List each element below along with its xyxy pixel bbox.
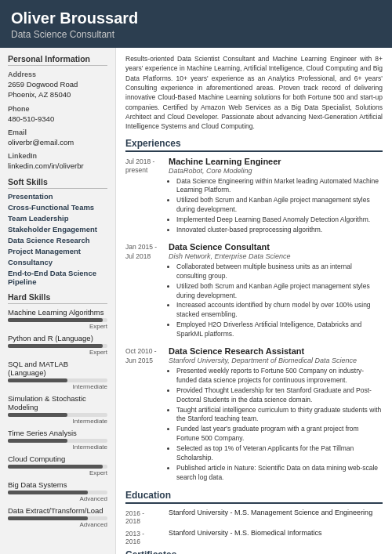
sidebar: Personal Information Address 2659 Dogwoo… bbox=[0, 48, 116, 554]
hard-skill-name: Python and R (Language) bbox=[8, 334, 107, 342]
soft-skill-item: Project Management bbox=[8, 247, 107, 255]
exp-bullet: Increased accounts identified by churn m… bbox=[176, 301, 383, 320]
skill-bar-fill bbox=[8, 516, 88, 520]
soft-skills-list: PresentationCross-Functional TeamsTeam L… bbox=[8, 192, 107, 286]
soft-skill-item: Stakeholder Engagement bbox=[8, 225, 107, 234]
exp-bullet: Innovated cluster-based preprocessing al… bbox=[176, 226, 383, 235]
exp-bullet: Funded last year's graduate program with… bbox=[176, 425, 383, 444]
skill-level-label: Expert bbox=[8, 469, 107, 476]
exp-bullet: Taught artificial intelligence curriculu… bbox=[176, 406, 383, 425]
exp-bullets: Data Science Engineering within Market l… bbox=[169, 177, 383, 235]
hard-skill-item: Data Extract/Transform/LoadAdvanced bbox=[8, 506, 107, 528]
edu-description: Stanford University - M.S. Biomedical In… bbox=[169, 529, 383, 545]
education-list: 2016 - 2018Stanford University - M.S. Ma… bbox=[125, 509, 383, 545]
address-label: Address bbox=[8, 71, 107, 78]
skill-bar-fill bbox=[8, 413, 67, 417]
edu-date: 2013 - 2016 bbox=[125, 529, 169, 545]
exp-date: Oct 2010 - Jun 2015 bbox=[125, 346, 169, 483]
soft-skill-item: End-to-End Data Science Pipeline bbox=[8, 269, 107, 286]
soft-skill-item: Presentation bbox=[8, 192, 107, 201]
hard-skill-item: Big Data SystemsAdvanced bbox=[8, 480, 107, 502]
skill-bar-fill bbox=[8, 344, 103, 348]
skill-level-label: Intermediate bbox=[8, 444, 107, 451]
certificates-section-title: Certificates bbox=[125, 549, 383, 554]
exp-bullet: Data Science Engineering within Market l… bbox=[176, 177, 383, 196]
education-section-title: Education bbox=[125, 490, 383, 504]
exp-company: Stanford University, Department of Biome… bbox=[169, 357, 383, 364]
hard-skill-name: Time Series Analysis bbox=[8, 429, 107, 437]
candidate-name: Oliver Broussard bbox=[11, 9, 381, 27]
education-item: 2013 - 2016Stanford University - M.S. Bi… bbox=[125, 529, 383, 545]
skill-level-label: Intermediate bbox=[8, 383, 107, 390]
exp-bullet: Selected as top 1% of Veteran Applicants… bbox=[176, 444, 383, 463]
skill-bar-container bbox=[8, 344, 107, 348]
skill-bar-fill bbox=[8, 491, 88, 494]
hard-skill-item: SQL and MATLAB (Language)Intermediate bbox=[8, 360, 107, 390]
summary-text: Results-oriented Data Scientist Consulta… bbox=[125, 54, 383, 132]
soft-skill-item: Team Leadership bbox=[8, 214, 107, 223]
exp-bullet: Presented weekly reports to Fortune 500 … bbox=[176, 367, 383, 386]
exp-bullet: Utilized both Scrum and Kanban Agile pro… bbox=[176, 282, 383, 301]
exp-body: Machine Learning EngineerDataRobot, Core… bbox=[169, 157, 383, 236]
skill-bar-container bbox=[8, 465, 107, 469]
skill-bar-container bbox=[8, 378, 107, 382]
exp-job-title: Machine Learning Engineer bbox=[169, 157, 383, 166]
hard-skill-name: Machine Learning Algorithms bbox=[8, 308, 107, 317]
skill-bar-container bbox=[8, 439, 107, 443]
page: Oliver Broussard Data Science Consultant… bbox=[0, 0, 392, 554]
skill-bar-fill bbox=[8, 439, 67, 443]
exp-company: DataRobot, Core Modeling bbox=[169, 167, 383, 175]
education-item: 2016 - 2018Stanford University - M.S. Ma… bbox=[125, 509, 383, 525]
skill-level-label: Advanced bbox=[8, 521, 107, 528]
phone-value: 480-510-9340 bbox=[8, 114, 107, 124]
skill-bar-container bbox=[8, 491, 107, 494]
candidate-title: Data Science Consultant bbox=[11, 29, 381, 40]
experiences-list: Jul 2018 - presentMachine Learning Engin… bbox=[125, 157, 383, 483]
skill-bar-container bbox=[8, 413, 107, 417]
edu-date: 2016 - 2018 bbox=[125, 509, 169, 525]
content-area: Results-oriented Data Scientist Consulta… bbox=[116, 48, 392, 554]
exp-bullet: Published article in Nature: Scientific … bbox=[176, 464, 383, 483]
skill-level-label: Expert bbox=[8, 323, 107, 330]
skill-level-label: Advanced bbox=[8, 495, 107, 502]
edu-description: Stanford University - M.S. Management Sc… bbox=[169, 509, 383, 525]
hard-skill-name: Data Extract/Transform/Load bbox=[8, 506, 107, 515]
exp-bullets: Collaborated between multiple business u… bbox=[169, 263, 383, 339]
experience-item: Jul 2018 - presentMachine Learning Engin… bbox=[125, 157, 383, 236]
hard-skill-name: SQL and MATLAB (Language) bbox=[8, 360, 107, 377]
skill-bar-container bbox=[8, 318, 107, 322]
experiences-section-title: Experiences bbox=[125, 138, 383, 152]
soft-skill-item: Cross-Functional Teams bbox=[8, 203, 107, 212]
soft-skill-item: Data Science Research bbox=[8, 236, 107, 244]
experience-item: Oct 2010 - Jun 2015Data Science Research… bbox=[125, 346, 383, 483]
hard-skill-name: Cloud Computing bbox=[8, 454, 107, 463]
exp-body: Data Science ConsultantDish Network, Ent… bbox=[169, 242, 383, 340]
hard-skill-item: Python and R (Language)Expert bbox=[8, 334, 107, 356]
hard-skill-item: Machine Learning AlgorithmsExpert bbox=[8, 308, 107, 330]
exp-bullet: Implemented Deep Learning Based Anomaly … bbox=[176, 215, 383, 225]
hard-skill-name: Simulation & Stochastic Modeling bbox=[8, 394, 107, 411]
hard-skill-item: Time Series AnalysisIntermediate bbox=[8, 429, 107, 451]
skill-bar-fill bbox=[8, 378, 67, 382]
exp-job-title: Data Science Consultant bbox=[169, 242, 383, 252]
address-line1: 2659 Dogwood Road bbox=[8, 79, 107, 89]
exp-bullet: Collaborated between multiple business u… bbox=[176, 263, 383, 281]
hard-skills-section-title: Hard Skills bbox=[8, 292, 107, 304]
experience-item: Jan 2015 - Jul 2018Data Science Consulta… bbox=[125, 242, 383, 340]
skill-level-label: Expert bbox=[8, 349, 107, 356]
skill-bar-fill bbox=[8, 465, 103, 469]
phone-label: Phone bbox=[8, 105, 107, 113]
exp-bullet: Employed H2O Driverless Artificial Intel… bbox=[176, 320, 383, 339]
soft-skill-item: Consultancy bbox=[8, 258, 107, 266]
soft-skills-section-title: Soft Skills bbox=[8, 177, 107, 189]
hard-skills-list: Machine Learning AlgorithmsExpertPython … bbox=[8, 308, 107, 528]
linkedin-value: linkedin.com/in/oliverbr bbox=[8, 161, 107, 171]
exp-bullet: Provided Thought Leadership for ten Stan… bbox=[176, 386, 383, 405]
exp-date: Jan 2015 - Jul 2018 bbox=[125, 242, 169, 340]
exp-company: Dish Network, Enterprise Data Science bbox=[169, 252, 383, 260]
skill-bar-container bbox=[8, 516, 107, 520]
main-content: Personal Information Address 2659 Dogwoo… bbox=[0, 48, 392, 554]
email-value: oliverbr@email.com bbox=[8, 137, 107, 147]
skill-level-label: Intermediate bbox=[8, 418, 107, 425]
email-label: Email bbox=[8, 129, 107, 136]
